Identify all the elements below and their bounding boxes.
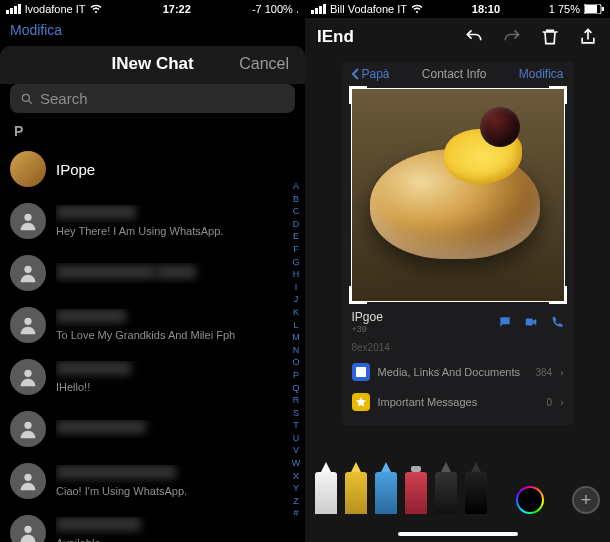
crop-frame[interactable] — [351, 88, 565, 302]
wifi-icon — [411, 3, 423, 15]
svg-point-4 — [24, 318, 31, 325]
avatar — [10, 307, 46, 343]
contact-name — [56, 265, 156, 279]
avatar — [10, 411, 46, 447]
screenshot-preview: Papà Contact Info Modifica IPgoe +39 — [342, 62, 574, 425]
preview-edit: Modifica — [519, 67, 564, 81]
contact-row[interactable]: Ciao! I'm Using WhatsApp. — [0, 455, 305, 507]
preview-header: Papà Contact Info Modifica — [342, 62, 574, 86]
svg-rect-13 — [602, 7, 604, 11]
eraser-tool[interactable] — [405, 472, 427, 514]
important-row: Important Messages 0 › — [342, 387, 574, 417]
avatar — [10, 359, 46, 395]
contact-name — [56, 420, 146, 434]
crop-handle-tr[interactable] — [549, 86, 567, 104]
back-button: Papà — [352, 67, 390, 81]
signal-icon — [311, 4, 326, 14]
media-row: Media, Links And Documents 384 › — [342, 357, 574, 387]
sheet-title: INew Chat — [66, 54, 239, 74]
svg-point-3 — [24, 266, 31, 273]
search-placeholder: Search — [40, 90, 88, 107]
info-name: IPgoe — [352, 310, 498, 324]
contact-row[interactable] — [0, 403, 305, 455]
avatar — [10, 151, 46, 187]
contact-row[interactable]: IHello!! — [0, 351, 305, 403]
carrier: Bill Vodafone IT — [330, 3, 407, 15]
redo-icon[interactable] — [502, 27, 522, 47]
modifica-hint: Modifica — [0, 18, 305, 46]
color-picker-button[interactable] — [516, 486, 544, 514]
svg-line-1 — [29, 100, 32, 103]
contact-row[interactable] — [0, 247, 305, 299]
trash-icon[interactable] — [540, 27, 560, 47]
media-icon — [352, 363, 370, 381]
svg-point-7 — [24, 474, 31, 481]
avatar — [10, 255, 46, 291]
contact-name — [56, 465, 176, 479]
crop-handle-bl[interactable] — [349, 286, 367, 304]
info-header: IPgoe +39 — [342, 304, 574, 340]
pencil-tool[interactable] — [375, 472, 397, 514]
carrier: lvodafone IT — [25, 3, 86, 15]
share-icon[interactable] — [578, 27, 598, 47]
pen-tool[interactable] — [315, 472, 337, 514]
svg-rect-15 — [356, 367, 366, 377]
new-chat-pane: lvodafone IT 17:22 -7 100% . Modifica IN… — [0, 0, 305, 542]
lasso-tool[interactable] — [435, 472, 457, 514]
battery-text: 1 75% — [549, 3, 580, 15]
svg-point-2 — [24, 214, 31, 221]
search-icon — [20, 92, 34, 106]
home-indicator[interactable] — [398, 532, 518, 536]
chevron-left-icon — [352, 68, 360, 80]
contact-list[interactable]: IPope Hey There! I Am Using WhatsApp. To… — [0, 143, 305, 542]
contact-status: IHello!! — [56, 381, 295, 393]
preview-title: Contact Info — [422, 67, 487, 81]
wifi-icon — [90, 3, 102, 15]
contact-status: Ciao! I'm Using WhatsApp. — [56, 485, 295, 497]
highlighter-tool[interactable] — [345, 472, 367, 514]
info-number: +39 — [352, 324, 498, 334]
svg-rect-12 — [585, 5, 597, 13]
contact-status — [156, 265, 196, 279]
contact-row[interactable]: Available — [0, 507, 305, 542]
avatar — [10, 203, 46, 239]
end-button[interactable]: IEnd — [317, 27, 354, 47]
crop-handle-br[interactable] — [549, 286, 567, 304]
avatar — [10, 515, 46, 542]
star-icon — [352, 393, 370, 411]
battery-text: -7 100% . — [252, 3, 299, 15]
svg-point-6 — [24, 422, 31, 429]
sheet-header: INew Chat Cancel — [0, 46, 305, 84]
markup-tools: + — [315, 472, 600, 514]
add-button[interactable]: + — [572, 486, 600, 514]
svg-point-5 — [24, 370, 31, 377]
signal-icon — [6, 4, 21, 14]
contact-name — [56, 205, 136, 219]
clock: 18:10 — [423, 3, 549, 15]
undo-icon[interactable] — [464, 27, 484, 47]
chat-icon — [498, 315, 512, 329]
clock: 17:22 — [102, 3, 252, 15]
contact-status: To Love My Grandkids And Milei Fph — [56, 329, 295, 341]
cancel-button[interactable]: Cancel — [239, 55, 289, 73]
crop-handle-tl[interactable] — [349, 86, 367, 104]
svg-point-8 — [24, 526, 31, 533]
alpha-index[interactable]: ABCDEFGHIJKLMNOPQRSTUVWXYZ# — [289, 180, 303, 542]
info-date: 8ex2014 — [342, 340, 574, 357]
ruler-tool[interactable] — [465, 472, 487, 514]
battery-icon — [584, 4, 604, 14]
contact-row[interactable]: Hey There! I Am Using WhatsApp. — [0, 195, 305, 247]
video-icon — [524, 315, 538, 329]
avatar — [10, 463, 46, 499]
edit-toolbar: IEnd — [305, 18, 610, 56]
contact-row[interactable]: IPope — [0, 143, 305, 195]
contact-name — [56, 309, 126, 323]
contact-name — [56, 361, 131, 375]
section-header: P — [0, 119, 305, 143]
markup-editor-pane: Bill Vodafone IT 18:10 1 75% IEnd Papà C… — [305, 0, 610, 542]
search-input[interactable]: Search — [10, 84, 295, 113]
contact-status: Hey There! I Am Using WhatsApp. — [56, 225, 295, 237]
contact-photo — [351, 88, 565, 302]
svg-point-0 — [22, 94, 29, 101]
contact-row[interactable]: To Love My Grandkids And Milei Fph — [0, 299, 305, 351]
